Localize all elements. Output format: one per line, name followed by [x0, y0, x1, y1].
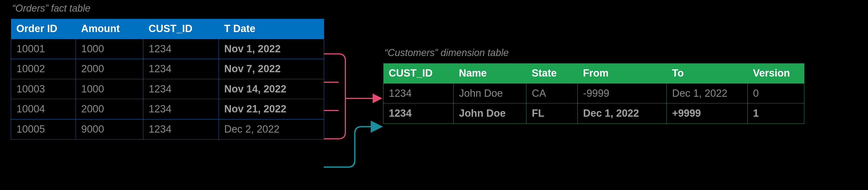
customers-h-version: Version — [748, 63, 804, 83]
table-row: 10003 1000 1234 Nov 14, 2022 — [11, 79, 324, 99]
customers-header-row: CUST_ID Name State From To Version — [383, 63, 804, 83]
orders-table: Order ID Amount CUST_ID T Date 10001 100… — [11, 19, 324, 140]
cell-name: John Doe — [454, 104, 526, 124]
cell-custid: 1234 — [143, 119, 219, 139]
cell-custid: 1234 — [143, 79, 219, 99]
cell-tdate: Nov 7, 2022 — [219, 59, 324, 79]
table-row: 10004 2000 1234 Nov 21, 2022 — [11, 99, 324, 119]
cell-to: +9999 — [667, 104, 748, 124]
table-row: 10005 9000 1234 Dec 2, 2022 — [11, 119, 324, 139]
table-row: 1234 John Doe FL Dec 1, 2022 +9999 1 — [383, 104, 804, 124]
cell-orderid: 10004 — [11, 99, 76, 119]
customers-caption: “Customers” dimension table — [384, 47, 508, 59]
customers-h-from: From — [578, 63, 667, 83]
cell-amount: 2000 — [76, 59, 143, 79]
cell-state: CA — [526, 83, 578, 104]
cell-from: Dec 1, 2022 — [578, 104, 667, 124]
cell-custid: 1234 — [143, 39, 219, 59]
connector-teal-icon — [324, 124, 386, 183]
cell-orderid: 10005 — [11, 119, 76, 139]
customers-h-custid: CUST_ID — [383, 63, 454, 83]
orders-h-custid: CUST_ID — [143, 19, 219, 39]
cell-name: John Doe — [454, 83, 526, 104]
customers-h-state: State — [526, 63, 578, 83]
cell-tdate: Nov 21, 2022 — [219, 99, 324, 119]
cell-amount: 1000 — [76, 39, 143, 59]
table-row: 10001 1000 1234 Nov 1, 2022 — [11, 39, 324, 59]
customers-h-name: Name — [454, 63, 526, 83]
cell-to: Dec 1, 2022 — [667, 83, 748, 104]
cell-state: FL — [526, 104, 578, 124]
table-row: 1234 John Doe CA -9999 Dec 1, 2022 0 — [383, 83, 804, 104]
orders-h-tdate: T Date — [219, 19, 324, 39]
cell-custid: 1234 — [383, 104, 454, 124]
cell-tdate: Nov 1, 2022 — [219, 39, 324, 59]
cell-amount: 2000 — [76, 99, 143, 119]
orders-caption: “Orders” fact table — [12, 3, 90, 14]
cell-from: -9999 — [578, 83, 667, 104]
cell-amount: 9000 — [76, 119, 143, 139]
orders-h-amount: Amount — [76, 19, 143, 39]
orders-header-row: Order ID Amount CUST_ID T Date — [11, 19, 324, 39]
cell-orderid: 10002 — [11, 59, 76, 79]
cell-version: 1 — [748, 104, 804, 124]
cell-version: 0 — [748, 83, 804, 104]
cell-tdate: Nov 14, 2022 — [219, 79, 324, 99]
table-row: 10002 2000 1234 Nov 7, 2022 — [11, 59, 324, 79]
cell-tdate: Dec 2, 2022 — [219, 119, 324, 139]
cell-custid: 1234 — [143, 99, 219, 119]
cell-custid: 1234 — [143, 59, 219, 79]
connector-red-icon — [324, 50, 386, 152]
cell-orderid: 10001 — [11, 39, 76, 59]
cell-orderid: 10003 — [11, 79, 76, 99]
cell-custid: 1234 — [383, 83, 454, 104]
customers-table: CUST_ID Name State From To Version 1234 … — [383, 63, 804, 124]
orders-h-orderid: Order ID — [11, 19, 76, 39]
cell-amount: 1000 — [76, 79, 143, 99]
customers-h-to: To — [667, 63, 748, 83]
